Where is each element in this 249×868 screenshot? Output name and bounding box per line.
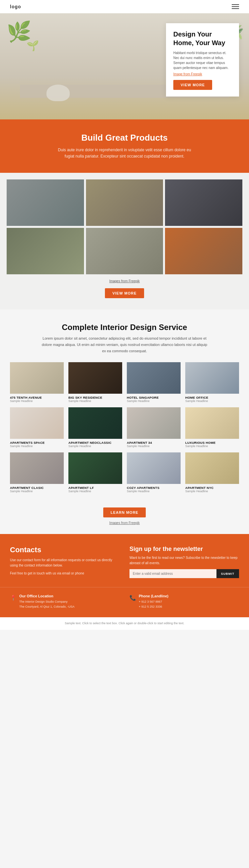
- hero-title: Design Your Home, Your Way: [173, 30, 232, 47]
- build-description: Duis aute irure dolor in reprehenderit i…: [55, 147, 194, 159]
- portfolio-name-2: HOTEL SINGAPORE: [127, 396, 181, 399]
- newsletter-desc: Want to be the first to read our news? S…: [130, 555, 239, 566]
- portfolio-grid-row3: APARTMENT CLASIC Sample Headline APARTME…: [10, 453, 239, 493]
- hamburger-line1: [232, 4, 239, 5]
- portfolio-sub-9: Sample Headline: [68, 490, 122, 493]
- office-text: Our Office Location The Interior Design …: [19, 594, 119, 609]
- portfolio-item-3[interactable]: HOME OFFICE Sample Headline: [185, 362, 239, 403]
- contacts-info: Contacts Use our contact form for all in…: [10, 546, 119, 579]
- portfolio-item-11[interactable]: APARTMENT NYC Sample Headline: [185, 453, 239, 493]
- portfolio-name-10: COZY APARTMENTS: [127, 486, 181, 490]
- gallery-cell-1[interactable]: [7, 180, 84, 226]
- location-icon: 📍: [10, 595, 17, 601]
- newsletter-submit-button[interactable]: SUBMIT: [217, 569, 239, 578]
- portfolio-item-7[interactable]: LUXURIOUS HOME Sample Headline: [185, 407, 239, 448]
- interior-header: Complete Interior Design Service Lorem i…: [10, 323, 239, 354]
- gallery-img-6: [165, 228, 242, 274]
- newsletter-title: Sign up for the newsletter: [130, 546, 239, 553]
- portfolio-item-1[interactable]: BIG SKY RESIDENCE Sample Headline: [68, 362, 122, 403]
- portfolio-item-0[interactable]: 475 TENTH AVENUE Sample Headline: [10, 362, 64, 403]
- newsletter-section: Sign up for the newsletter Want to be th…: [130, 546, 239, 579]
- gallery-images-credit[interactable]: Images from Freepik: [109, 279, 140, 283]
- portfolio-name-11: APARTMENT NYC: [185, 486, 239, 490]
- build-section: Build Great Products Duis aute irure dol…: [0, 119, 249, 173]
- office-location-block: 📍 Our Office Location The Interior Desig…: [10, 594, 119, 609]
- phone2: + 912 5 252 3336: [139, 604, 239, 609]
- gallery-cell-5[interactable]: [86, 228, 163, 274]
- hamburger-menu[interactable]: [232, 4, 239, 9]
- gallery-cta-wrap: VIEW MORE: [7, 284, 242, 308]
- gallery-view-more-button[interactable]: VIEW MORE: [105, 288, 144, 298]
- interior-footer: LEARN MORE Images from Freepik: [10, 497, 239, 527]
- furniture-pouf: [47, 85, 70, 101]
- office-company: The Interior Design Studio Company: [19, 599, 119, 604]
- interior-section: Complete Interior Design Service Lorem i…: [0, 309, 249, 534]
- hero-cta-button[interactable]: VIEW MORE: [173, 80, 212, 90]
- gallery-footer: Images from Freepik VIEW MORE: [7, 274, 242, 309]
- gallery-cell-2[interactable]: [86, 180, 163, 226]
- portfolio-sub-8: Sample Headline: [10, 490, 64, 493]
- contacts-desc1: Use our contact form for all information…: [10, 558, 119, 568]
- interior-title: Complete Interior Design Service: [10, 323, 239, 332]
- hero-image-credit[interactable]: Image from Freepik: [173, 72, 232, 76]
- portfolio-item-10[interactable]: COZY APARTMENTS Sample Headline: [127, 453, 181, 493]
- hamburger-line3: [232, 8, 239, 9]
- portfolio-name-5: APARTMENT NEOCLASSIC: [68, 441, 122, 444]
- portfolio-item-5[interactable]: APARTMENT NEOCLASSIC Sample Headline: [68, 407, 122, 448]
- portfolio-item-6[interactable]: APARTMENT 34 Sample Headline: [127, 407, 181, 448]
- portfolio-name-8: APARTMENT CLASIC: [10, 486, 64, 490]
- portfolio-sub-5: Sample Headline: [68, 444, 122, 448]
- portfolio-item-8[interactable]: APARTMENT CLASIC Sample Headline: [10, 453, 64, 493]
- portfolio-item-4[interactable]: APARTMENTS SPACE Sample Headline: [10, 407, 64, 448]
- portfolio-img-2: [127, 362, 181, 394]
- learn-more-button[interactable]: LEARN MORE: [103, 507, 146, 518]
- portfolio-sub-11: Sample Headline: [185, 490, 239, 493]
- contacts-title: Contacts: [10, 546, 119, 554]
- portfolio-grid-row2: APARTMENTS SPACE Sample Headline APARTME…: [10, 407, 239, 448]
- portfolio-sub-4: Sample Headline: [10, 444, 64, 448]
- portfolio-name-6: APARTMENT 34: [127, 441, 181, 444]
- portfolio-sub-1: Sample Headline: [68, 399, 122, 403]
- phone-text: Phone (Landline) + 912 3 567 8867 + 912 …: [139, 594, 239, 609]
- phone-label: Phone (Landline): [139, 594, 239, 598]
- build-title: Build Great Products: [10, 133, 239, 143]
- interior-images-credit[interactable]: Images from Freepik: [109, 521, 140, 525]
- hamburger-line2: [232, 6, 239, 7]
- portfolio-name-4: APARTMENTS SPACE: [10, 441, 64, 444]
- portfolio-sub-3: Sample Headline: [185, 399, 239, 403]
- gallery-img-2: [86, 180, 163, 226]
- gallery-img-4: [7, 228, 84, 274]
- gallery-cell-3[interactable]: [165, 180, 242, 226]
- portfolio-img-8: [10, 453, 64, 484]
- office-location-label: Our Office Location: [19, 594, 119, 598]
- gallery-img-5: [86, 228, 163, 274]
- gallery-cell-6[interactable]: [165, 228, 242, 274]
- hero-description: Habitant morbi tristique senectus et. Ne…: [173, 51, 232, 70]
- portfolio-sub-2: Sample Headline: [127, 399, 181, 403]
- learn-more-wrap: LEARN MORE: [10, 503, 239, 519]
- portfolio-img-10: [127, 453, 181, 484]
- portfolio-sub-7: Sample Headline: [185, 444, 239, 448]
- portfolio-img-11: [185, 453, 239, 484]
- gallery-img-3: [165, 180, 242, 226]
- portfolio-item-2[interactable]: HOTEL SINGAPORE Sample Headline: [127, 362, 181, 403]
- hero-card: Design Your Home, Your Way Habitant morb…: [166, 23, 239, 96]
- portfolio-img-5: [68, 407, 122, 439]
- portfolio-name-3: HOME OFFICE: [185, 396, 239, 399]
- contacts-section: Contacts Use our contact form for all in…: [0, 534, 249, 587]
- portfolio-name-9: APARTMENT LF: [68, 486, 122, 490]
- portfolio-item-9[interactable]: APARTMENT LF Sample Headline: [68, 453, 122, 493]
- portfolio-img-1: [68, 362, 122, 394]
- newsletter-form: SUBMIT: [130, 569, 239, 578]
- portfolio-name-7: LUXURIOUS HOME: [185, 441, 239, 444]
- portfolio-sub-0: Sample Headline: [10, 399, 64, 403]
- gallery-grid: [7, 173, 242, 274]
- portfolio-img-9: [68, 453, 122, 484]
- phone-icon: 📞: [130, 595, 136, 601]
- header: logo: [0, 0, 249, 13]
- gallery-section: Images from Freepik VIEW MORE: [0, 173, 249, 309]
- portfolio-img-7: [185, 407, 239, 439]
- gallery-img-1: [7, 180, 84, 226]
- newsletter-email-input[interactable]: [130, 569, 217, 578]
- gallery-cell-4[interactable]: [7, 228, 84, 274]
